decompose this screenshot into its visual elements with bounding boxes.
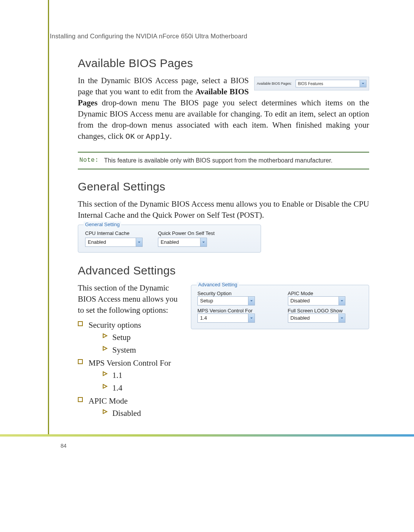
available-bios-pages-value: BIOS Features [298, 82, 323, 86]
bullet-system: System [112, 345, 136, 355]
advanced-setting-legend: Advanced Setting [197, 282, 239, 287]
security-option-label: Security Option [197, 291, 273, 296]
sublist: 1.1 1.4 [102, 370, 369, 393]
intro-or: or [135, 131, 146, 141]
intro-end: . [170, 131, 172, 141]
running-head: Installing and Configuring the NVIDIA nF… [50, 33, 247, 40]
adv-col-right: APIC Mode Disabled Full Screen LOGO Show… [288, 291, 363, 323]
heading-advanced-settings: Advanced Settings [78, 264, 369, 277]
list-item: System [102, 345, 369, 355]
triangle-bullet-icon [102, 384, 108, 389]
content-area: Available BIOS Pages Available BIOS Page… [78, 57, 369, 420]
bullet-setup: Setup [112, 333, 131, 342]
triangle-bullet-icon [102, 371, 108, 376]
list-item: 1.1 [102, 370, 369, 381]
chevron-down-icon [136, 238, 142, 246]
bullet-mps-version: MPS Version Control For [89, 358, 171, 368]
left-margin-rule [48, 0, 49, 435]
advanced-bullet-list: Security options Setup System [78, 320, 369, 419]
list-item: APIC Mode Disabled [78, 396, 369, 419]
available-bios-pages-select[interactable]: BIOS Features [296, 80, 366, 87]
list-item: 1.4 [102, 383, 369, 393]
list-item: Disabled [102, 408, 369, 419]
general-body: This section of the Dynamic BIOS Access … [78, 199, 369, 221]
triangle-bullet-icon [102, 333, 108, 338]
advanced-block: Advanced Setting Security Option Setup M… [78, 282, 369, 420]
bullet-apic-mode: APIC Mode [89, 396, 128, 406]
heading-general-settings: General Settings [78, 180, 369, 193]
cpu-cache-label: CPU Internal Cache [85, 230, 143, 236]
bullet-1-1: 1.1 [112, 371, 122, 380]
cpu-cache-select[interactable]: Enabled [85, 238, 143, 247]
square-bullet-icon [78, 397, 83, 402]
page-number: 84 [61, 443, 67, 449]
figure-available-bios-pages: Available BIOS Pages: BIOS Features [254, 77, 369, 90]
square-bullet-icon [78, 321, 83, 326]
ok-literal: OK [125, 132, 135, 141]
advanced-grid: Security Option Setup MPS Version Contro… [197, 291, 363, 323]
chevron-down-icon [360, 80, 366, 87]
sublist: Disabled [102, 408, 369, 419]
general-setting-row: CPU Internal Cache Enabled Quick Power O… [85, 230, 254, 247]
heading-available-bios-pages: Available BIOS Pages [78, 57, 369, 70]
cpu-cache-col: CPU Internal Cache Enabled [85, 230, 143, 247]
apic-mode-value: Disabled [291, 298, 310, 304]
full-screen-logo-label: Full Screen LOGO Show [288, 308, 363, 314]
mps-version-label: MPS Version Control For [197, 308, 273, 314]
bullet-1-4: 1.4 [112, 383, 122, 392]
available-bios-pages-label: Available BIOS Pages: [257, 82, 292, 85]
adv-col-left: Security Option Setup MPS Version Contro… [197, 291, 273, 323]
figure-general-setting: General Setting CPU Internal Cache Enabl… [78, 225, 261, 253]
note-box: Note: This feature is available only wit… [78, 152, 369, 169]
apic-mode-label: APIC Mode [288, 291, 363, 296]
bullet-security-options: Security options [89, 320, 141, 330]
chevron-down-icon [338, 297, 345, 305]
triangle-bullet-icon [102, 346, 108, 351]
list-item: MPS Version Control For 1.1 1.4 [78, 358, 369, 393]
page: Installing and Configuring the NVIDIA nF… [0, 0, 414, 532]
footer-gradient-bar [0, 434, 414, 437]
quick-post-col: Quick Power On Self Test Enabled [158, 230, 215, 247]
quick-post-label: Quick Power On Self Test [158, 230, 215, 236]
apic-mode-select[interactable]: Disabled [288, 296, 345, 305]
quick-post-value: Enabled [161, 239, 179, 245]
bullet-disabled: Disabled [112, 409, 141, 418]
square-bullet-icon [78, 359, 83, 364]
intro-text-part2: drop-down menu The BIOS page you select … [78, 98, 369, 141]
note-text: This feature is available only with BIOS… [104, 156, 333, 165]
list-item: Security options Setup System [78, 320, 369, 355]
list-item: Setup [102, 332, 369, 343]
available-intro-block: Available BIOS Pages: BIOS Features In t… [78, 75, 369, 146]
apply-literal: Apply [146, 132, 170, 141]
quick-post-select[interactable]: Enabled [158, 238, 207, 247]
chevron-down-icon [248, 297, 255, 305]
general-setting-legend: General Setting [84, 222, 121, 227]
sublist: Setup System [102, 332, 369, 355]
security-option-value: Setup [200, 298, 213, 304]
chevron-down-icon [200, 238, 207, 246]
security-option-select[interactable]: Setup [197, 296, 255, 305]
note-label: Note: [79, 156, 99, 165]
triangle-bullet-icon [102, 409, 108, 414]
cpu-cache-value: Enabled [88, 239, 106, 245]
